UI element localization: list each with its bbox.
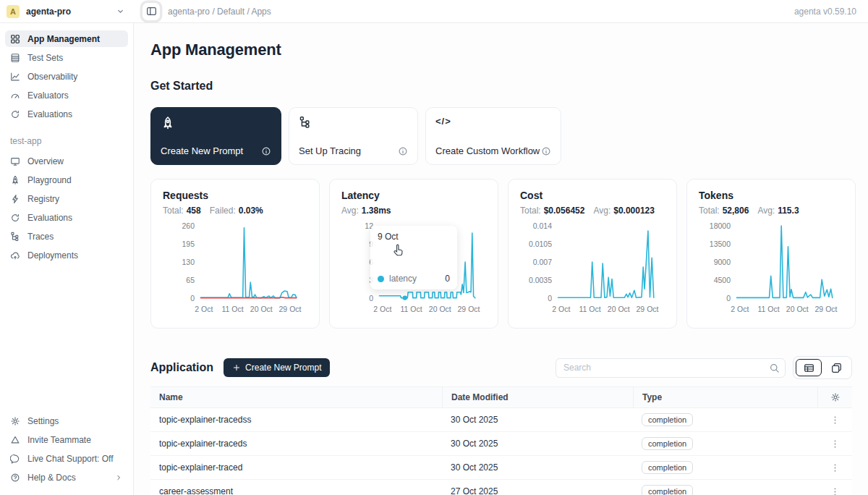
- column-settings-gear-icon[interactable]: [830, 392, 841, 402]
- sidebar-item-registry[interactable]: Registry: [5, 190, 128, 207]
- type-badge: completion: [642, 437, 693, 450]
- column-header-name[interactable]: Name: [150, 392, 442, 402]
- sidebar-item-label: Deployments: [27, 250, 78, 261]
- info-icon[interactable]: [541, 146, 551, 156]
- dots-vertical-icon[interactable]: [830, 439, 841, 449]
- get-started-card-create-custom-workflow[interactable]: </>Create Custom Workflow: [425, 107, 561, 165]
- sidebar-item-label: Test Sets: [27, 53, 63, 63]
- create-new-prompt-button[interactable]: Create New Prompt: [224, 358, 330, 377]
- svg-text:0.014: 0.014: [533, 221, 552, 230]
- svg-text:11 Oct: 11 Oct: [401, 305, 422, 313]
- svg-text:195: 195: [182, 240, 195, 248]
- column-header-date-modified[interactable]: Date Modified: [442, 387, 633, 407]
- lightning-icon: [10, 194, 20, 204]
- chat-icon: [10, 454, 20, 464]
- sidebar-item-deployments[interactable]: Deployments: [5, 247, 128, 263]
- table-row[interactable]: topic-explainer-traced30 Oct 2025complet…: [150, 456, 852, 480]
- card-view-icon: [831, 363, 842, 373]
- sidebar-item-invite-teammate[interactable]: Invite Teammate: [5, 431, 128, 448]
- sidebar-item-test-sets[interactable]: Test Sets: [5, 49, 128, 66]
- view-toggle: [793, 356, 852, 379]
- table-row[interactable]: career-assessment27 Oct 2025completion: [150, 480, 852, 495]
- sidebar-item-label: Invite Teammate: [27, 435, 91, 445]
- sidebar-item-label: Registry: [27, 194, 59, 204]
- stat-value: 458: [187, 206, 201, 216]
- svg-text:2 Oct: 2 Oct: [195, 305, 213, 313]
- metric-title: Cost: [520, 190, 665, 201]
- observability-icon: [10, 72, 20, 82]
- dots-vertical-icon[interactable]: [830, 415, 841, 426]
- svg-text:0.0105: 0.0105: [529, 240, 552, 248]
- row-actions-menu[interactable]: [830, 439, 841, 449]
- metric-title: Requests: [163, 190, 307, 201]
- sidebar-item-label: Evaluators: [27, 90, 69, 101]
- svg-text:65: 65: [186, 276, 195, 284]
- svg-text:0: 0: [726, 294, 731, 302]
- sidebar-item-overview[interactable]: Overview: [5, 153, 128, 169]
- panel-icon: [146, 6, 157, 17]
- info-icon[interactable]: [398, 146, 408, 156]
- sidebar-item-observability[interactable]: Observability: [5, 68, 128, 85]
- sidebar-item-live-chat-support-off[interactable]: Live Chat Support: Off: [5, 450, 128, 467]
- search-input[interactable]: [556, 358, 786, 378]
- main-content: App Management Get Started Create New Pr…: [134, 23, 868, 495]
- sidebar-item-label: Playground: [27, 175, 72, 185]
- info-icon[interactable]: [261, 146, 271, 156]
- table-row[interactable]: topic-explainer-tracedss30 Oct 2025compl…: [150, 408, 852, 432]
- sidebar-item-evaluations[interactable]: Evaluations: [5, 209, 128, 226]
- svg-text:29 Oct: 29 Oct: [637, 305, 659, 313]
- sidebar-item-label: Overview: [27, 156, 64, 166]
- row-actions-menu[interactable]: [830, 415, 841, 426]
- sidebar-item-help-docs[interactable]: Help & Docs: [5, 469, 128, 486]
- card-view-button[interactable]: [823, 359, 849, 376]
- svg-text:11 Oct: 11 Oct: [758, 305, 780, 313]
- sidebar-item-label: Observability: [27, 72, 77, 82]
- sidebar-item-label: Live Chat Support: Off: [27, 454, 114, 464]
- row-name: topic-explainer-traceds: [150, 439, 442, 449]
- workspace-selector[interactable]: A agenta-pro: [0, 5, 134, 18]
- get-started-card-set-up-tracing[interactable]: Set Up Tracing: [289, 107, 418, 165]
- row-date-modified: 27 Oct 2025: [442, 486, 633, 495]
- dots-vertical-icon[interactable]: [830, 486, 841, 495]
- svg-text:29 Oct: 29 Oct: [815, 305, 838, 313]
- column-header-type[interactable]: Type: [633, 387, 817, 407]
- search-icon[interactable]: [769, 363, 780, 373]
- row-actions-menu[interactable]: [830, 486, 841, 495]
- stat-label: Avg:: [593, 206, 610, 216]
- evaluations-icon: [10, 109, 20, 119]
- get-started-card-create-new-prompt[interactable]: Create New Prompt: [150, 107, 281, 165]
- svg-text:4500: 4500: [714, 276, 731, 284]
- workspace-avatar: A: [7, 5, 20, 18]
- sidebar-item-playground[interactable]: Playground: [5, 172, 128, 188]
- svg-text:0.0035: 0.0035: [529, 276, 552, 284]
- table-view-button[interactable]: [796, 359, 822, 376]
- row-name: topic-explainer-tracedss: [150, 415, 442, 425]
- metric-card-cost: CostTotal:$0.056452Avg:$0.0001230.0140.0…: [508, 179, 677, 329]
- svg-text:6: 6: [369, 258, 373, 266]
- metric-chart: 2601951306502 Oct11 Oct20 Oct29 Oct: [163, 220, 307, 316]
- gear-icon: [10, 416, 20, 426]
- sidebar-item-evaluators[interactable]: Evaluators: [5, 87, 128, 103]
- sidebar-toggle-button[interactable]: [142, 3, 160, 20]
- metric-chart: 0.0140.01050.0070.003502 Oct11 Oct20 Oct…: [520, 220, 665, 316]
- svg-text:2 Oct: 2 Oct: [552, 305, 570, 313]
- metric-title: Latency: [341, 190, 486, 201]
- get-started-cards: Create New PromptSet Up Tracing</>Create…: [150, 107, 852, 165]
- application-header: Application Create New Prompt: [150, 356, 852, 379]
- stat-value: $0.000123: [613, 206, 655, 216]
- sidebar-item-settings[interactable]: Settings: [5, 412, 128, 429]
- sidebar-item-label: Evaluations: [27, 109, 72, 119]
- sidebar-item-evaluations[interactable]: Evaluations: [5, 106, 128, 122]
- row-actions-menu[interactable]: [830, 462, 841, 473]
- svg-text:13500: 13500: [710, 240, 731, 248]
- sidebar-item-label: App Management: [27, 34, 100, 44]
- gear-icon[interactable]: [830, 392, 841, 402]
- svg-text:12: 12: [365, 221, 373, 230]
- sidebar-item-app-management[interactable]: App Management: [5, 30, 128, 47]
- svg-text:20 Oct: 20 Oct: [250, 305, 273, 313]
- app-version: agenta v0.59.10: [794, 7, 868, 17]
- stat-label: Total:: [520, 206, 541, 216]
- dots-vertical-icon[interactable]: [830, 462, 841, 473]
- table-row[interactable]: topic-explainer-traceds30 Oct 2025comple…: [150, 432, 852, 456]
- sidebar-item-traces[interactable]: Traces: [5, 228, 128, 245]
